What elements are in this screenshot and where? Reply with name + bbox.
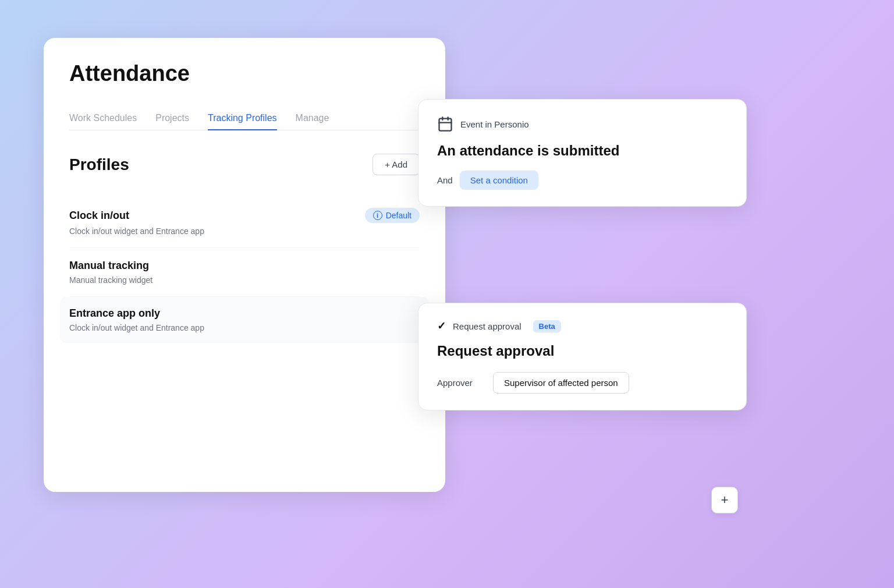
tab-tracking-profiles[interactable]: Tracking Profiles (208, 107, 277, 130)
profile-name-clock-inout: Clock in/out (69, 210, 129, 222)
tab-work-schedules[interactable]: Work Schedules (69, 107, 137, 130)
approver-value: Supervisor of affected person (493, 372, 629, 394)
profile-name-entrance-app: Entrance app only (69, 307, 160, 320)
event-label: Event in Personio (460, 119, 529, 129)
approval-item-label: Request approval (453, 321, 522, 331)
profiles-title: Profiles (69, 155, 129, 174)
attendance-title: Attendance (69, 61, 420, 86)
checkmark-icon: ✓ (437, 320, 446, 332)
and-label: And (437, 175, 453, 185)
approver-row: Approver Supervisor of affected person (437, 372, 728, 394)
profile-name-manual-tracking: Manual tracking (69, 260, 149, 272)
event-title: An attendance is submitted (437, 143, 728, 159)
approval-card-top: ✓ Request approval Beta (437, 320, 728, 332)
svg-rect-0 (439, 119, 452, 131)
event-condition-row: And Set a condition (437, 171, 728, 190)
tab-projects[interactable]: Projects (155, 107, 189, 130)
approval-title: Request approval (437, 343, 728, 359)
set-condition-button[interactable]: Set a condition (460, 171, 538, 190)
info-icon: i (373, 211, 382, 220)
approval-card: ✓ Request approval Beta Request approval… (418, 303, 747, 410)
profile-desc-clock-inout: Clock in/out widget and Entrance app (69, 226, 420, 236)
profile-item-entrance-app: Entrance app only Clock in/out widget an… (60, 297, 429, 343)
attendance-card: Attendance Work Schedules Projects Track… (44, 38, 445, 492)
event-card: Event in Personio An attendance is submi… (418, 99, 747, 207)
default-badge: i Default (365, 208, 420, 223)
calendar-icon (437, 116, 453, 132)
profile-item-clock-inout: Clock in/out i Default Clock in/out widg… (69, 196, 420, 248)
tabs: Work Schedules Projects Tracking Profile… (69, 107, 420, 130)
add-button[interactable]: + Add (372, 154, 420, 175)
profile-desc-manual-tracking: Manual tracking widget (69, 275, 420, 285)
approver-label: Approver (437, 378, 484, 388)
tab-manage[interactable]: Manage (296, 107, 329, 130)
beta-badge: Beta (533, 320, 561, 332)
profile-desc-entrance-app: Clock in/out widget and Entrance app (69, 323, 420, 332)
event-card-top: Event in Personio (437, 116, 728, 132)
profile-item-manual-tracking: Manual tracking Manual tracking widget (69, 248, 420, 297)
plus-button[interactable]: + (711, 487, 738, 513)
profiles-header: Profiles + Add (69, 154, 420, 175)
